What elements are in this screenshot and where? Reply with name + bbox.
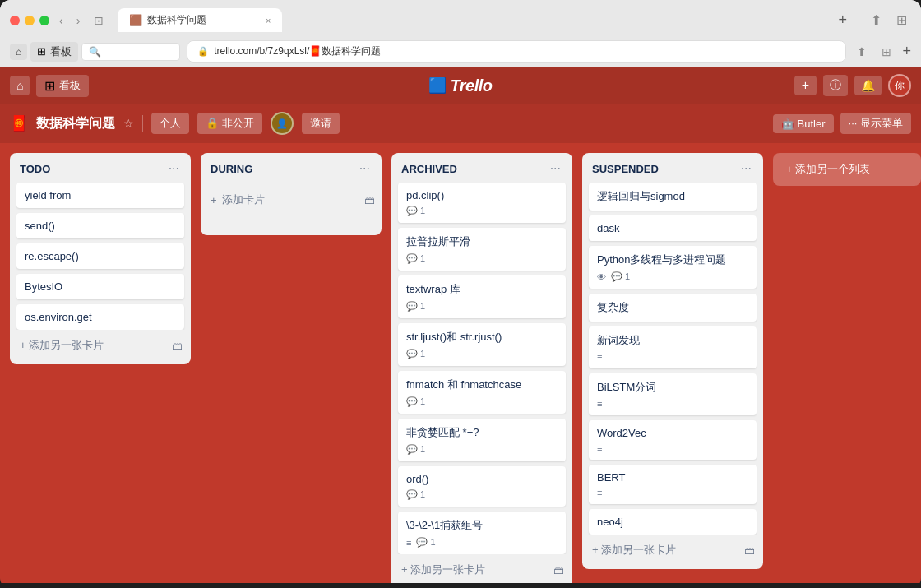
card-neo4j[interactable]: neo4j — [589, 509, 757, 535]
card-textwrap[interactable]: textwrap 库 💬 1 — [398, 275, 566, 318]
notifications-button[interactable]: 🔔 — [854, 76, 882, 95]
window-layout-button[interactable]: ⊡ — [90, 12, 108, 29]
title-bar: ‹ › ⊡ 🟫 数据科学问题 × + ⬆ ⊞ — [0, 0, 921, 37]
browser-share-button[interactable]: ⬆ — [853, 44, 871, 60]
new-tab-btn-right[interactable]: + — [902, 43, 911, 60]
card-dask[interactable]: dask — [589, 215, 757, 241]
trello-app: ⌂ ⊞ 看板 🟦 Trello + ⓘ 🔔 你 🧧 数据科学问题 ☆ 个人 🔒 … — [0, 67, 921, 583]
archive-icon: 🗃 — [744, 544, 755, 557]
card-ord[interactable]: ord() 💬 1 — [398, 466, 566, 507]
browser-copy-button[interactable]: ⊞ — [877, 44, 896, 60]
divider-1 — [142, 115, 143, 132]
list-todo-add-card-button[interactable]: + 添加另一张卡片 — [18, 335, 172, 356]
card-title: 拉普拉斯平滑 — [406, 235, 470, 248]
card-title: neo4j — [597, 516, 623, 528]
desc-icon: ≡ — [406, 538, 411, 548]
card-str-ljust[interactable]: str.ljust()和 str.rjust() 💬 1 — [398, 323, 566, 366]
trello-home-button[interactable]: ⌂ — [10, 76, 30, 95]
card-title: 逻辑回归与sigmod — [597, 190, 685, 202]
header-left: ⌂ ⊞ 看板 — [10, 75, 89, 97]
butler-button[interactable]: 🤖 Butler — [773, 114, 834, 133]
board-emoji: 🧧 — [10, 114, 28, 132]
url-text: trello.com/b/7z9qxLsl/🧧数据科学问题 — [214, 44, 381, 58]
card-laplace[interactable]: 拉普拉斯平滑 💬 1 — [398, 228, 566, 271]
browser-window: ‹ › ⊡ 🟫 数据科学问题 × + ⬆ ⊞ ⌂ ⊞ 看板 🔍 — [0, 0, 921, 67]
invited-user-avatar[interactable]: 👤 — [271, 112, 294, 135]
list-archived-cards: pd.clip() 💬 1 拉普拉斯平滑 💬 1 textwrap 库 💬 1 — [391, 183, 572, 554]
share-button[interactable]: ⬆ — [867, 11, 886, 30]
list-suspended-header: SUSPENDED ··· — [582, 153, 763, 183]
tab-close-button[interactable]: × — [266, 16, 271, 25]
card-word2vec[interactable]: Word2Vec ≡ — [589, 420, 757, 460]
info-button[interactable]: ⓘ — [823, 75, 848, 96]
boards-menu-button[interactable]: ⊞ 看板 — [36, 75, 89, 97]
board-content: TODO ··· yield from send() re.escape() B… — [0, 143, 921, 583]
card-bilstm[interactable]: BiLSTM分词 ≡ — [589, 373, 757, 415]
list-suspended-add-card-button[interactable]: + 添加另一张卡片 — [590, 539, 744, 561]
list-todo-cards: yield from send() re.escape() BytesIO os… — [10, 183, 191, 330]
card-title: ord() — [406, 473, 428, 485]
card-title: Python多线程与多进程问题 — [597, 253, 726, 266]
list-archived: ARCHIVED ··· pd.clip() 💬 1 拉普拉斯平滑 💬 1 — [391, 153, 572, 583]
add-button[interactable]: + — [794, 76, 817, 95]
duplicate-button[interactable]: ⊞ — [892, 11, 911, 30]
list-archived-add-card-button[interactable]: + 添加另一张卡片 — [400, 559, 553, 581]
lock-icon: 🔒 — [197, 46, 209, 57]
show-menu-button[interactable]: ··· 显示菜单 — [840, 113, 911, 134]
card-re-escape[interactable]: re.escape() — [16, 243, 184, 269]
user-avatar[interactable]: 你 — [888, 74, 911, 97]
card-meta: 💬 1 — [406, 253, 558, 264]
archive-icon: 🗃 — [553, 564, 564, 576]
list-todo-menu-button[interactable]: ··· — [167, 161, 181, 176]
active-tab[interactable]: 🟫 数据科学问题 × — [118, 8, 282, 32]
card-threading[interactable]: Python多线程与多进程问题 👁 💬 1 — [589, 246, 757, 289]
card-complexity[interactable]: 复杂度 — [589, 294, 757, 322]
board-title: 数据科学问题 — [36, 115, 115, 132]
new-tab-button[interactable]: + — [831, 12, 854, 29]
list-todo-header: TODO ··· — [10, 153, 191, 183]
add-list-button[interactable]: + 添加另一个列表 — [773, 153, 921, 186]
card-bytesio[interactable]: BytesIO — [16, 274, 184, 299]
list-during-menu-button[interactable]: ··· — [358, 161, 372, 176]
home-button[interactable]: ⌂ — [10, 44, 27, 60]
card-bert[interactable]: BERT ≡ — [589, 465, 757, 504]
comment-count: 💬 1 — [406, 206, 425, 216]
card-send[interactable]: send() — [16, 213, 184, 238]
card-fnmatch[interactable]: fnmatch 和 fnmatchcase 💬 1 — [398, 371, 566, 414]
traffic-lights — [10, 16, 49, 25]
trello-logo-text: Trello — [450, 76, 492, 95]
search-bar[interactable]: 🔍 — [81, 43, 180, 61]
comment-count: 💬 1 — [406, 301, 425, 312]
address-bar[interactable]: 🔒 trello.com/b/7z9qxLsl/🧧数据科学问题 — [187, 40, 846, 63]
card-yield-from[interactable]: yield from — [16, 183, 184, 208]
boards-nav[interactable]: ⊞ 看板 — [30, 42, 78, 62]
close-window-button[interactable] — [10, 16, 20, 25]
card-title: fnmatch 和 fnmatchcase — [406, 378, 521, 391]
list-archived-menu-button[interactable]: ··· — [548, 161, 562, 176]
during-add-card-button[interactable]: + 添加卡片 — [207, 189, 268, 211]
desc-icon: ≡ — [597, 399, 602, 409]
invite-button[interactable]: 邀请 — [302, 113, 340, 134]
star-button[interactable]: ☆ — [123, 117, 134, 130]
private-button[interactable]: 🔒 非公开 — [197, 113, 262, 134]
forward-button[interactable]: › — [73, 12, 84, 29]
maximize-window-button[interactable] — [39, 16, 49, 25]
comment-count: 💬 1 — [406, 396, 425, 407]
minimize-window-button[interactable] — [25, 16, 35, 25]
card-meta: ≡ 💬 1 — [406, 537, 558, 548]
card-logistic[interactable]: 逻辑回归与sigmod — [589, 183, 757, 211]
card-greedy[interactable]: 非贪婪匹配 *+? 💬 1 — [398, 419, 566, 461]
card-os-environ[interactable]: os.environ.get — [16, 304, 184, 330]
card-new-word[interactable]: 新词发现 ≡ — [589, 326, 757, 368]
archive-icon: 🗃 — [172, 340, 183, 352]
trello-logo-icon: 🟦 — [428, 76, 447, 95]
back-button[interactable]: ‹ — [56, 12, 67, 29]
card-title: textwrap 库 — [406, 283, 460, 295]
personal-button[interactable]: 个人 — [151, 113, 189, 134]
card-capture-group[interactable]: \3-\2-\1捕获组号 ≡ 💬 1 — [398, 512, 566, 554]
trello-logo: 🟦 Trello — [428, 76, 492, 95]
card-pd-clip[interactable]: pd.clip() 💬 1 — [398, 183, 566, 223]
tab-favicon-icon: 🟫 — [129, 14, 142, 26]
list-suspended-menu-button[interactable]: ··· — [739, 161, 753, 176]
desc-icon: ≡ — [597, 488, 602, 498]
